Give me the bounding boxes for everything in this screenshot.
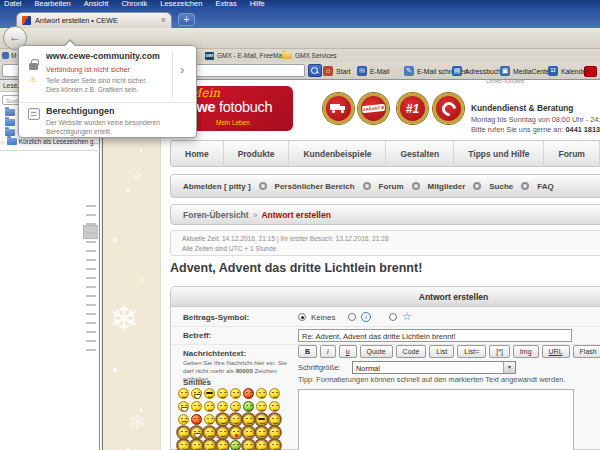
smiley-smile[interactable] (230, 388, 241, 399)
smiley-alien[interactable] (243, 401, 254, 412)
menu-datei[interactable]: Datei (4, 0, 22, 10)
snowflake-icon: ❄ (133, 170, 143, 184)
gmx-item-e-mail[interactable]: ✉E-Mail (357, 66, 389, 76)
smiley-smile[interactable] (217, 388, 228, 399)
badge-delivery (323, 93, 354, 124)
nav-item-forum[interactable]: Forum (543, 141, 598, 166)
smiley-red[interactable] (191, 414, 202, 425)
nav-item-produkte[interactable]: Produkte (223, 141, 289, 166)
nav-item-kundenbeispiele[interactable]: Kundenbeispiele (288, 141, 385, 166)
smiley-smile[interactable] (204, 414, 215, 425)
smiley-smile[interactable] (204, 401, 215, 412)
smiley-girl[interactable] (243, 427, 254, 438)
bbcode-button-img[interactable]: Img (513, 345, 539, 358)
smiley-alien[interactable] (230, 440, 241, 450)
bookmark-gmx-email[interactable]: GMX GMX - E-Mail, FreeMai... (205, 52, 289, 60)
gmx-item-start[interactable]: ⌂Start (323, 66, 350, 76)
subnav-item-faq[interactable]: FAQ (537, 182, 553, 191)
fontsize-select[interactable]: Normal ▼ (352, 361, 516, 374)
tab-antwort-erstellen[interactable]: Antwort erstellen • CEWE × (16, 12, 172, 28)
gmx-item-adressbuch[interactable]: ▤Adressbuch (452, 66, 501, 76)
subnav-item-mitglieder[interactable]: Mitglieder (428, 182, 466, 191)
menu-bearbeiten[interactable]: Bearbeiten (35, 0, 71, 10)
tab-close-icon[interactable]: × (161, 16, 166, 25)
subject-input[interactable]: Re: Advent, Advent das dritte Lichtlein … (298, 329, 572, 342)
nav-item-tipps-und-hilfe[interactable]: Tipps und Hilfe (453, 141, 543, 166)
smiley-smile[interactable] (178, 388, 189, 399)
message-textarea[interactable] (298, 389, 574, 450)
sidebar-folder-item[interactable] (5, 119, 15, 126)
bbcode-button-quote[interactable]: Quote (360, 345, 393, 358)
smiley-girl[interactable] (269, 427, 280, 438)
post-icon-radio-star[interactable] (389, 313, 397, 321)
bookmark-folder-gmx-services[interactable]: GMX Services (282, 52, 337, 59)
menu-extras[interactable]: Extras (215, 0, 236, 10)
bbcode-button-u[interactable]: u (339, 345, 357, 358)
smiley-smile[interactable] (191, 401, 202, 412)
smiley-red[interactable] (243, 388, 254, 399)
subnav-item-forum[interactable]: Forum (379, 182, 404, 191)
smiley-smile[interactable] (230, 401, 241, 412)
bookmark-fragment[interactable]: M (11, 52, 16, 59)
new-tab-button[interactable]: + (178, 13, 195, 26)
smiley-girl[interactable] (243, 440, 254, 450)
menu-lesezeichen[interactable]: Lesezeichen (160, 0, 202, 10)
smiley-girl[interactable] (269, 440, 280, 450)
bbcode-button-list[interactable]: List (429, 345, 454, 358)
bbcode-button-i[interactable]: i (320, 345, 336, 358)
smiley-smile[interactable] (269, 388, 280, 399)
smiley-laugh-girl[interactable] (191, 427, 202, 438)
smiley-girl[interactable] (230, 414, 241, 425)
smiley-smile[interactable] (256, 388, 267, 399)
bbcode-button-code[interactable]: Code (396, 345, 427, 358)
smiley-cool[interactable] (204, 388, 215, 399)
smiley-girl[interactable] (217, 427, 228, 438)
expander-icon[interactable]: ▷ (1, 139, 5, 145)
smiley-smile[interactable] (269, 401, 280, 412)
smiley-girl[interactable] (269, 414, 280, 425)
post-icon-radio-none[interactable] (298, 313, 306, 321)
gmx-search-button[interactable] (308, 64, 322, 77)
smiley-girl[interactable] (178, 427, 189, 438)
info-post-icon[interactable]: i (361, 312, 371, 322)
subnav-item-abmelden-pitty[interactable]: Abmelden [ pitty ] (183, 182, 251, 191)
subnav-item-pers-nlicher-bereich[interactable]: Persönlicher Bereich (275, 182, 355, 191)
smiley-girl[interactable] (217, 414, 228, 425)
sidebar-folder-item[interactable] (5, 109, 15, 116)
smiley-girl[interactable] (178, 440, 189, 450)
sidebar-folder-item[interactable] (5, 129, 15, 136)
menu-ansicht[interactable]: Ansicht (84, 0, 109, 10)
breadcrumb-root-link[interactable]: Foren-Übersicht (183, 210, 249, 220)
smiley-girl[interactable] (256, 427, 267, 438)
smiley-kiss-girl[interactable] (230, 427, 241, 438)
nav-item-home[interactable]: Home (171, 141, 223, 166)
chevron-down-icon[interactable]: ▼ (503, 362, 515, 373)
smiley-sad[interactable] (178, 414, 189, 425)
smiley-girl[interactable] (243, 414, 254, 425)
bbcode-button-url[interactable]: URL (542, 345, 570, 358)
smiley-laugh[interactable] (191, 388, 202, 399)
smiley-girl[interactable] (256, 440, 267, 450)
bbcode-button-flash[interactable]: Flash (573, 345, 600, 358)
bbcode-button-b[interactable]: B (298, 345, 317, 358)
gmx-item-mediacenter[interactable]: ▣MediaCenter (500, 66, 552, 76)
bbcode-button-list=[interactable]: List= (457, 345, 486, 358)
menu-hilfe[interactable]: Hilfe (250, 0, 265, 10)
menu-chronik[interactable]: Chronik (121, 0, 147, 10)
nav-item-gestalten[interactable]: Gestalten (385, 141, 453, 166)
bbcode-button-[*][interactable]: [*] (489, 345, 510, 358)
smiley-girl[interactable] (191, 440, 202, 450)
more-info-chevron-icon[interactable]: › (180, 62, 184, 77)
gmx-item-kalender[interactable]: 12Kalender (548, 66, 588, 76)
post-icon-radio-info[interactable] (348, 313, 356, 321)
smiley-smile[interactable] (217, 401, 228, 412)
smiley-smile[interactable] (256, 401, 267, 412)
smiley-cool-girl[interactable] (256, 414, 267, 425)
subnav-item-suche[interactable]: Suche (489, 182, 513, 191)
smiley-girl[interactable] (204, 440, 215, 450)
smiley-laugh[interactable] (178, 401, 189, 412)
smiley-girl[interactable] (217, 440, 228, 450)
star-post-icon[interactable]: ☆ (402, 311, 412, 322)
smiley-girl[interactable] (204, 427, 215, 438)
sidebar-item-recent-bookmarks[interactable]: ▷ Kürzlich als Lesezeichen g... (1, 138, 99, 145)
